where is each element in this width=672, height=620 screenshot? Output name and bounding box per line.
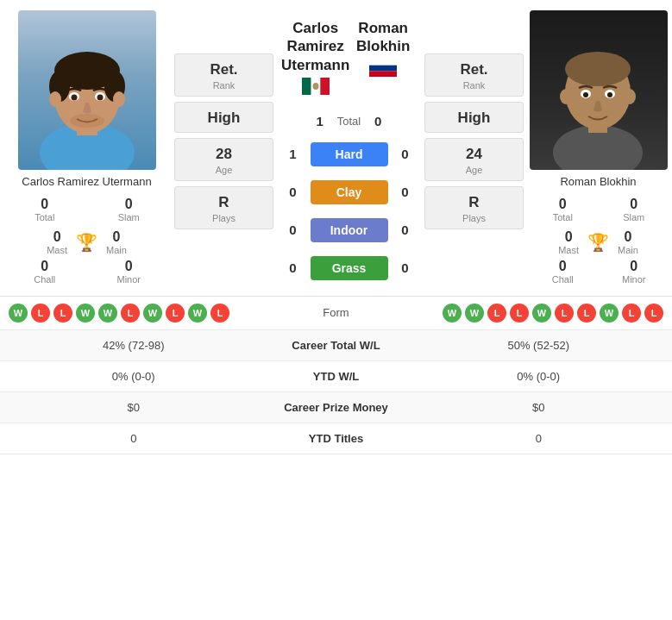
form-badge: L	[210, 304, 229, 323]
hard-score-left: 1	[286, 147, 300, 161]
svg-rect-17	[369, 59, 397, 66]
indoor-score-row: 0 Indoor 0	[281, 218, 417, 242]
form-badge: W	[532, 304, 551, 323]
form-badge: W	[600, 304, 619, 323]
data-row-right: 0% (0-0)	[414, 370, 664, 383]
hard-score-row: 1 Hard 0	[281, 142, 417, 166]
left-stat-main: 0 Main	[106, 229, 127, 255]
right-middle-stats: Ret. Rank High 24 Age R Plays	[420, 10, 528, 229]
data-row-left: 0	[9, 432, 259, 445]
indoor-score-right: 0	[399, 222, 412, 237]
left-stat-mast: 0 Mast	[47, 229, 67, 255]
svg-point-10	[71, 95, 77, 101]
left-rank-card: Ret. Rank	[174, 53, 273, 97]
form-badge: W	[9, 304, 28, 323]
right-stat-mast: 0 Mast	[558, 229, 579, 255]
indoor-button[interactable]: Indoor	[311, 218, 388, 242]
hard-score-right: 0	[399, 147, 412, 161]
trophy-icon-left: 🏆	[76, 232, 97, 253]
form-badge: W	[98, 304, 117, 323]
clay-button[interactable]: Clay	[311, 180, 388, 204]
hard-button[interactable]: Hard	[311, 142, 388, 166]
data-row-left: 42% (72-98)	[9, 339, 259, 352]
clay-score-right: 0	[399, 185, 412, 199]
svg-rect-13	[302, 78, 311, 95]
data-row-left: $0	[9, 401, 259, 414]
form-label: Form	[285, 306, 388, 319]
svg-point-11	[97, 95, 103, 101]
svg-point-6	[49, 91, 61, 107]
form-badge: L	[121, 304, 140, 323]
left-player-name: Carlos Ramirez Utermann	[22, 175, 151, 190]
total-score-right: 0	[371, 114, 385, 128]
data-row-center: Career Prize Money	[259, 401, 414, 414]
left-age-card: 28 Age	[174, 138, 273, 181]
left-form-badges: WLLWWLWLWL	[9, 304, 285, 323]
left-flag	[281, 78, 349, 98]
left-player-name-top: Carlos RamirezUtermann	[281, 19, 349, 74]
right-stat-slam: 0 Slam	[603, 197, 666, 222]
right-age-card: 24 Age	[424, 138, 524, 181]
center-scores-block: Carlos RamirezUtermann RomanBlokhin	[281, 10, 417, 287]
data-row-right: $0	[414, 401, 664, 414]
right-player-name: Roman Blokhin	[560, 175, 636, 190]
main-container: Carlos Ramirez Utermann 0 Total 0 Slam 0…	[0, 0, 672, 454]
form-badge: W	[465, 304, 484, 323]
data-row-center: YTD W/L	[259, 370, 414, 383]
form-badge: W	[76, 304, 95, 323]
form-badge: L	[555, 304, 574, 323]
left-player-photo	[18, 10, 156, 170]
right-stat-total: 0 Total	[531, 197, 594, 222]
right-mast-trophy-row: 0 Mast 🏆 0 Main	[531, 229, 665, 255]
data-row-center: Career Total W/L	[259, 339, 414, 352]
form-badge: L	[644, 304, 663, 323]
form-badge: L	[31, 304, 50, 323]
right-high-card: High	[424, 102, 524, 133]
right-rank-card: Ret. Rank	[424, 53, 524, 97]
left-plays-card: R Plays	[174, 186, 273, 229]
data-row-left: 0% (0-0)	[9, 370, 259, 383]
form-badge: L	[577, 304, 596, 323]
left-stat-total: 0 Total	[7, 197, 83, 222]
right-player-block: Roman Blokhin 0 Total 0 Slam 0 Mast 🏆	[531, 10, 665, 285]
grass-score-right: 0	[399, 260, 412, 275]
svg-point-29	[607, 92, 612, 97]
form-badge: W	[143, 304, 162, 323]
right-player-name-top: RomanBlokhin	[349, 19, 417, 56]
right-plays-card: R Plays	[424, 186, 524, 229]
svg-point-28	[583, 92, 588, 97]
svg-point-23	[565, 52, 631, 86]
svg-rect-15	[320, 78, 330, 95]
form-badge: L	[510, 304, 529, 323]
right-stat-main: 0 Main	[618, 229, 638, 255]
data-row-center: YTD Titles	[259, 432, 414, 445]
trophy-icon-right: 🏆	[587, 232, 609, 253]
form-badge: L	[487, 304, 506, 323]
right-form-badges: WWLLWLLWLL	[388, 304, 664, 323]
right-stat-minor: 0 Minor	[603, 259, 666, 285]
right-stat-chall: 0 Chall	[531, 259, 594, 285]
data-row-right: 50% (52-52)	[414, 339, 664, 352]
left-high-card: High	[174, 102, 273, 133]
svg-point-24	[560, 89, 572, 104]
data-rows-container: 42% (72-98) Career Total W/L 50% (52-52)…	[0, 330, 672, 454]
form-badge: L	[622, 304, 641, 323]
svg-point-25	[624, 89, 636, 104]
form-badge: L	[53, 304, 72, 323]
bottom-data-row: $0 Career Prize Money $0	[0, 392, 672, 423]
form-badge: L	[166, 304, 185, 323]
svg-rect-19	[369, 71, 397, 77]
grass-score-left: 0	[286, 260, 300, 275]
left-stat-chall: 0 Chall	[7, 259, 83, 285]
bottom-data-row: 0% (0-0) YTD W/L 0% (0-0)	[0, 361, 672, 392]
left-player-block: Carlos Ramirez Utermann 0 Total 0 Slam 0…	[7, 10, 166, 285]
svg-rect-18	[369, 65, 397, 71]
bottom-data-row: 0 YTD Titles 0	[0, 423, 672, 454]
total-label: Total	[337, 115, 361, 128]
grass-button[interactable]: Grass	[311, 256, 388, 280]
left-mast-trophy-row: 0 Mast 🏆 0 Main	[7, 229, 166, 255]
form-badge: W	[443, 304, 462, 323]
left-stat-minor: 0 Minor	[91, 259, 167, 285]
svg-point-16	[312, 83, 318, 90]
form-badge: W	[188, 304, 207, 323]
